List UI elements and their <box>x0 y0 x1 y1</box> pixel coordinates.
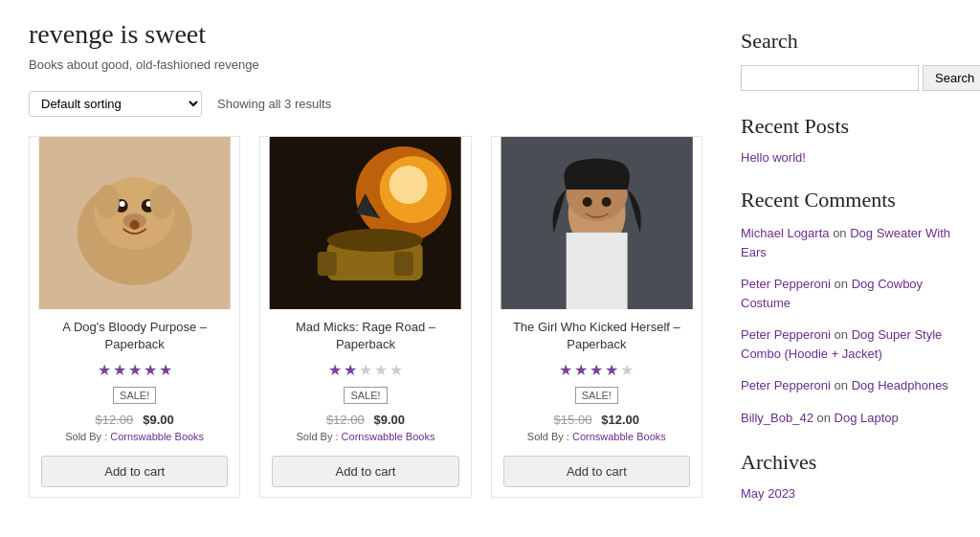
product-stars: ★★★★★ <box>41 361 228 379</box>
svg-point-9 <box>97 185 120 219</box>
product-name-link[interactable]: A Dog's Bloody Purpose – Paperback <box>62 320 207 351</box>
sort-bar: Default sortingSort by popularitySort by… <box>29 91 702 117</box>
archives-section: Archives May 2023 <box>741 450 951 501</box>
sort-select[interactable]: Default sortingSort by popularitySort by… <box>29 91 202 117</box>
recent-posts-section: Recent Posts Hello world! <box>741 114 951 165</box>
comment-author-link[interactable]: Peter Pepperoni <box>741 327 831 342</box>
page-wrapper: revenge is sweet Books about good, old-f… <box>0 0 980 537</box>
svg-point-10 <box>150 185 173 219</box>
comment-post-link[interactable]: Dog Headphones <box>852 378 948 392</box>
product-price: $15.00 $12.00 <box>503 412 690 427</box>
comment-post-link[interactable]: Dog Laptop <box>835 411 899 425</box>
comment-on: on <box>833 226 846 240</box>
sold-by-link[interactable]: Cornswabble Books <box>110 431 204 442</box>
price-sale: $9.00 <box>374 413 406 427</box>
product-image-container <box>492 137 702 309</box>
product-info: A Dog's Bloody Purpose – Paperback ★★★★★… <box>30 309 239 456</box>
add-to-cart-button[interactable]: Add to cart <box>503 456 690 487</box>
product-info: Mad Micks: Rage Road – Paperback ★★★★★ S… <box>260 309 470 456</box>
comment-item: Billy_Bob_42 on Dog Laptop <box>741 409 951 428</box>
svg-point-5 <box>120 201 125 207</box>
product-price: $12.00 $9.00 <box>272 412 458 427</box>
svg-point-14 <box>390 166 428 204</box>
star-icon: ★ <box>98 361 111 379</box>
star-icon: ★ <box>374 361 388 379</box>
comment-on: on <box>817 411 831 425</box>
sold-by: Sold By : Cornswabble Books <box>41 431 228 442</box>
price-original: $15.00 <box>554 413 592 427</box>
comment-author-link[interactable]: Peter Pepperoni <box>741 277 831 291</box>
star-icon: ★ <box>113 361 126 379</box>
svg-rect-17 <box>394 252 413 276</box>
star-icon: ★ <box>559 361 572 379</box>
star-icon: ★ <box>590 361 603 379</box>
product-info: The Girl Who Kicked Herself – Paperback … <box>492 309 702 456</box>
comment-item: Peter Pepperoni on Dog Headphones <box>741 376 951 395</box>
add-to-cart-button[interactable]: Add to cart <box>41 456 228 487</box>
product-stars: ★★★★★ <box>272 361 458 379</box>
price-original: $12.00 <box>96 413 134 427</box>
comment-on: on <box>835 277 848 291</box>
product-name: Mad Micks: Rage Road – Paperback <box>272 319 458 353</box>
sale-badge: SALE! <box>344 387 387 404</box>
price-original: $12.00 <box>326 413 365 427</box>
product-stars: ★★★★★ <box>503 361 690 379</box>
search-form: Search <box>741 65 951 91</box>
svg-rect-23 <box>566 233 627 309</box>
comment-author-link[interactable]: Billy_Bob_42 <box>741 411 813 425</box>
page-subtitle: Books about good, old-fashioned revenge <box>29 57 702 72</box>
search-button[interactable]: Search <box>923 65 980 91</box>
sold-by-link[interactable]: Cornswabble Books <box>572 431 666 442</box>
comment-item: Peter Pepperoni on Dog Super Style Combo… <box>741 325 951 363</box>
star-icon: ★ <box>605 361 618 379</box>
product-card-3: The Girl Who Kicked Herself – Paperback … <box>491 136 702 498</box>
product-image-container <box>260 137 470 309</box>
star-icon: ★ <box>144 361 157 379</box>
recent-comments-list: Michael Logarta on Dog Sweater With Ears… <box>741 224 951 427</box>
sold-by: Sold By : Cornswabble Books <box>503 431 690 442</box>
product-name: A Dog's Bloody Purpose – Paperback <box>41 319 228 353</box>
sold-by: Sold By : Cornswabble Books <box>272 431 458 442</box>
sale-badge: SALE! <box>575 387 618 404</box>
svg-point-25 <box>601 197 611 207</box>
star-icon: ★ <box>574 361 588 379</box>
product-name: The Girl Who Kicked Herself – Paperback <box>503 319 690 353</box>
archives-title: Archives <box>741 450 951 475</box>
recent-post-link[interactable]: Hello world! <box>741 150 951 165</box>
results-count: Showing all 3 results <box>217 97 331 111</box>
recent-comments-title: Recent Comments <box>741 188 951 213</box>
svg-point-8 <box>130 220 140 230</box>
sold-by-link[interactable]: Cornswabble Books <box>342 431 435 442</box>
comment-on: on <box>835 327 848 342</box>
star-icon: ★ <box>328 361 342 379</box>
sidebar: Search Search Recent Posts Hello world! … <box>741 19 951 524</box>
svg-point-18 <box>327 229 423 252</box>
comment-item: Michael Logarta on Dog Sweater With Ears <box>741 224 951 261</box>
star-icon: ★ <box>344 361 357 379</box>
product-card-2: Mad Micks: Rage Road – Paperback ★★★★★ S… <box>259 136 471 498</box>
comment-author-link[interactable]: Michael Logarta <box>741 226 830 240</box>
star-icon: ★ <box>359 361 372 379</box>
star-icon: ★ <box>620 361 634 379</box>
product-name-link[interactable]: The Girl Who Kicked Herself – Paperback <box>513 320 680 351</box>
recent-comments-section: Recent Comments Michael Logarta on Dog S… <box>741 188 951 427</box>
product-card-1: A Dog's Bloody Purpose – Paperback ★★★★★… <box>29 136 240 498</box>
star-icon: ★ <box>159 361 172 379</box>
product-name-link[interactable]: Mad Micks: Rage Road – Paperback <box>296 320 435 351</box>
star-icon: ★ <box>128 361 142 379</box>
comment-author-link[interactable]: Peter Pepperoni <box>741 378 831 392</box>
search-section: Search Search <box>741 29 951 91</box>
recent-posts-title: Recent Posts <box>741 114 951 139</box>
product-grid: A Dog's Bloody Purpose – Paperback ★★★★★… <box>29 136 702 498</box>
product-image-container <box>30 137 239 309</box>
search-input[interactable] <box>741 65 919 91</box>
search-section-title: Search <box>741 29 951 54</box>
price-sale: $9.00 <box>143 413 174 427</box>
archive-link[interactable]: May 2023 <box>741 486 951 501</box>
sale-badge: SALE! <box>113 387 156 404</box>
page-title: revenge is sweet <box>29 19 702 50</box>
comment-on: on <box>835 378 848 392</box>
add-to-cart-button[interactable]: Add to cart <box>272 456 458 487</box>
product-price: $12.00 $9.00 <box>41 412 228 427</box>
recent-posts-list: Hello world! <box>741 150 951 165</box>
